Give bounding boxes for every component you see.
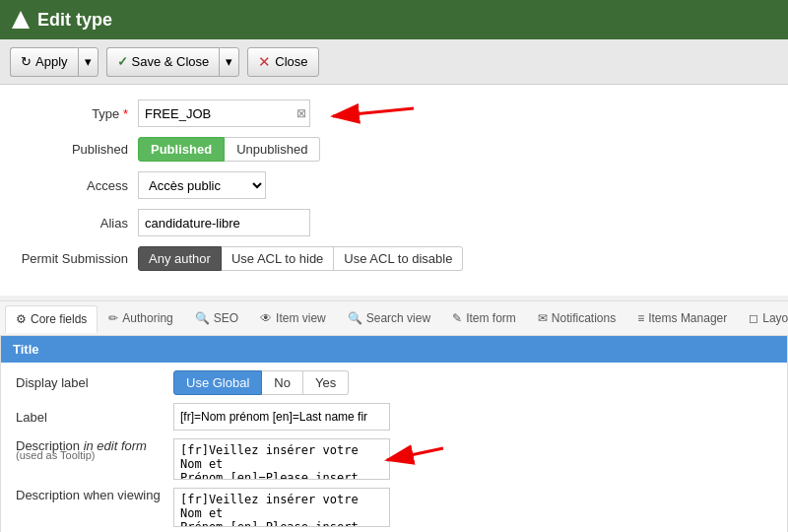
acl-disable-button[interactable]: Use ACL to disable [334, 246, 463, 271]
tab-item-form[interactable]: ✎ Item form [441, 304, 527, 332]
published-row: Published Published Unpublished [20, 137, 768, 162]
description-edit-sublabel: (used as Tooltip) [16, 449, 173, 461]
tab-seo[interactable]: 🔍 SEO [184, 304, 249, 332]
save-close-button[interactable]: ✓ Save & Close [106, 47, 220, 77]
layout-icon: ◻ [749, 311, 758, 325]
logo-icon [12, 11, 30, 29]
alias-input[interactable] [138, 209, 310, 236]
page-header: Edit type [0, 0, 788, 39]
type-input[interactable] [138, 100, 310, 127]
tab-notifications[interactable]: ✉ Notifications [527, 304, 626, 332]
check-icon: ✓ [117, 54, 128, 69]
authoring-icon: ✏ [108, 311, 118, 325]
access-select[interactable]: Accès public [138, 171, 266, 199]
tabs-bar: ⚙ Core fields ✏ Authoring 🔍 SEO 👁 Item v… [0, 300, 788, 336]
clear-icon: ⊠ [296, 106, 306, 120]
tab-search-view[interactable]: 🔍 Search view [337, 304, 441, 332]
description-viewing-row: Description when viewing [fr]Veillez ins… [16, 488, 772, 527]
item-form-icon: ✎ [452, 311, 462, 325]
label-row: Label [16, 403, 772, 431]
apply-btn-group: ↻ Apply ▾ [10, 47, 98, 77]
display-label-row: Display label Use Global No Yes [16, 370, 772, 395]
core-fields-icon: ⚙ [16, 312, 27, 326]
no-button[interactable]: No [262, 370, 303, 395]
core-fields-form: Display label Use Global No Yes Label De… [1, 363, 787, 532]
search-view-icon: 🔍 [348, 311, 362, 325]
permit-toggle-group: Any author Use ACL to hide Use ACL to di… [138, 246, 463, 271]
notifications-icon: ✉ [538, 311, 548, 325]
page-title: Edit type [37, 10, 112, 31]
required-star: * [123, 106, 128, 121]
seo-icon: 🔍 [195, 311, 210, 325]
type-input-wrapper: ⊠ [138, 100, 310, 127]
tab-layout[interactable]: ◻ Layout [738, 304, 788, 332]
acl-hide-button[interactable]: Use ACL to hide [222, 246, 334, 271]
access-label: Access [20, 178, 138, 193]
tab-core-fields[interactable]: ⚙ Core fields [5, 305, 98, 333]
access-row: Access Accès public [20, 171, 768, 199]
section-title-title: Title [1, 336, 787, 363]
items-manager-icon: ≡ [637, 311, 644, 325]
toolbar: ↻ Apply ▾ ✓ Save & Close ▾ ✕ Close [0, 39, 788, 85]
display-label-toggle: Use Global No Yes [173, 370, 349, 395]
tab-authoring[interactable]: ✏ Authoring [98, 304, 183, 332]
tab-items-manager[interactable]: ≡ Items Manager [626, 304, 738, 332]
refresh-icon: ↻ [21, 54, 32, 69]
close-button[interactable]: ✕ Close [247, 47, 318, 77]
alias-label: Alias [20, 216, 138, 231]
published-button[interactable]: Published [138, 137, 225, 162]
published-label: Published [20, 142, 138, 157]
use-global-button[interactable]: Use Global [173, 370, 262, 395]
tab-content-core-fields: Title Display label Use Global No Yes La… [0, 336, 788, 532]
close-x-icon: ✕ [258, 53, 271, 71]
permit-row: Permit Submission Any author Use ACL to … [20, 246, 768, 271]
apply-dropdown-button[interactable]: ▾ [78, 47, 98, 77]
label-input[interactable] [173, 403, 390, 431]
item-view-icon: 👁 [260, 311, 272, 325]
publish-toggle-group: Published Unpublished [138, 137, 320, 162]
tab-item-view[interactable]: 👁 Item view [249, 304, 337, 332]
label-field-label: Label [16, 410, 173, 425]
type-row: Type * ⊠ [20, 100, 768, 127]
type-label: Type * [20, 106, 138, 121]
main-form: Type * ⊠ Published Published Unpublished… [0, 85, 788, 296]
apply-button[interactable]: ↻ Apply [10, 47, 78, 77]
yes-button[interactable]: Yes [303, 370, 349, 395]
display-label-label: Display label [16, 375, 173, 390]
save-close-btn-group: ✓ Save & Close ▾ [106, 47, 240, 77]
description-viewing-label: Description when viewing [16, 488, 173, 502]
unpublished-button[interactable]: Unpublished [225, 137, 320, 162]
description-viewing-textarea[interactable]: [fr]Veillez insérer votre Nom et Prénom … [173, 488, 390, 527]
description-edit-textarea[interactable]: [fr]Veillez insérer votre Nom et Prénom … [173, 438, 390, 480]
save-close-dropdown-button[interactable]: ▾ [219, 47, 239, 77]
alias-row: Alias [20, 209, 768, 236]
any-author-button[interactable]: Any author [138, 246, 222, 271]
description-edit-label-wrapper: Description in edit form (used as Toolti… [16, 438, 173, 465]
description-edit-row: Description in edit form (used as Toolti… [16, 438, 772, 480]
permit-label: Permit Submission [20, 251, 138, 266]
